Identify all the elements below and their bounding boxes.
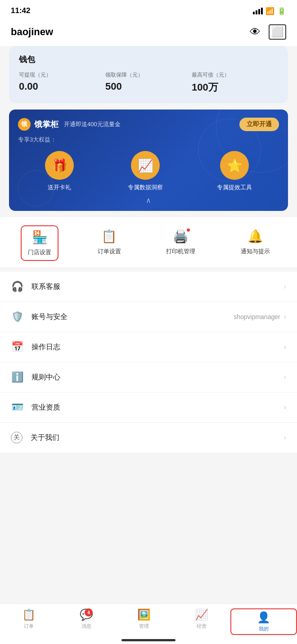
menu-label-customer-service: 联系客服	[32, 282, 284, 292]
signal-icon	[253, 8, 263, 14]
banner-benefit-2: 📈 专属数据洞察	[128, 151, 163, 192]
orders-nav-label: 订单	[24, 623, 34, 630]
calendar-icon: 📅	[11, 341, 23, 353]
menu-list: 🎧 联系客服 › 🛡️ 账号与安全 shopvipmanager › 📅 操作日…	[0, 272, 297, 452]
manage-nav-icon: 🖼️	[137, 608, 151, 621]
banner-benefit-label-3: 专属提效工具	[217, 183, 252, 192]
menu-item-operation-log[interactable]: 📅 操作日志 ›	[0, 332, 297, 362]
id-icon: 🪪	[11, 402, 23, 413]
about-icon: 关	[11, 432, 22, 443]
banner-promo-text: 开通即送400元流量金	[64, 120, 121, 128]
wallet-card: 钱包 可提现（元） 0.00 领取保障（元） 500 最高可借（元） 100万	[9, 46, 288, 103]
banner-brand-area: 饿 饿掌柜 开通即送400元流量金	[18, 118, 121, 131]
nav-item-business[interactable]: 📈 经营	[173, 608, 230, 635]
quick-item-order-settings[interactable]: 📋 订单设置	[91, 225, 127, 261]
banner-benefit-icon-1: 🎁	[45, 151, 74, 180]
notification-icon: 🔔	[248, 229, 263, 244]
banner-benefit-icon-2: 📈	[131, 151, 160, 180]
arrow-icon-1: ›	[284, 283, 286, 291]
quick-menu: 🏪 门店设置 📋 订单设置 🖨️ 打印机管理 🔔 通知与提示	[0, 217, 297, 267]
info-icon: ℹ️	[11, 371, 23, 383]
menu-label-log: 操作日志	[32, 343, 284, 352]
wallet-item-guarantee: 领取保障（元） 500	[105, 71, 192, 94]
wallet-row: 可提现（元） 0.00 领取保障（元） 500 最高可借（元） 100万	[19, 71, 278, 94]
app-title: baojinew	[11, 26, 53, 38]
status-time: 11:42	[11, 6, 30, 15]
status-icons: 📶 🔋	[253, 7, 286, 15]
mine-nav-label: 我的	[259, 626, 269, 632]
shield-icon: 🛡️	[11, 311, 23, 323]
wifi-icon: 📶	[266, 7, 274, 15]
bottom-nav: 📋 订单 💬 消息 4 🖼️ 管理 📈 经营 👤 我的	[0, 603, 297, 644]
menu-item-about[interactable]: 关 关于我们 ›	[0, 423, 297, 452]
messages-nav-label: 消息	[81, 623, 91, 630]
menu-label-about: 关于我们	[31, 433, 284, 443]
arrow-icon-3: ›	[284, 343, 286, 351]
status-bar: 11:42 📶 🔋	[0, 0, 297, 19]
orders-nav-icon: 📋	[22, 608, 36, 621]
promo-banner[interactable]: 饿 饿掌柜 开通即送400元流量金 立即开通 专享3大权益： 🎁 送开卡礼 📈 …	[9, 110, 288, 211]
banner-chevron: ∧	[18, 196, 279, 205]
quick-label-store: 门店设置	[28, 248, 51, 256]
account-value: shopvipmanager	[234, 313, 280, 320]
arrow-icon-4: ›	[284, 373, 286, 381]
wallet-item-max-loan: 最高可借（元） 100万	[192, 71, 278, 94]
nav-item-messages[interactable]: 💬 消息 4	[58, 608, 115, 635]
home-indicator	[122, 639, 176, 641]
order-settings-icon: 📋	[101, 229, 117, 244]
battery-icon: 🔋	[277, 7, 286, 15]
arrow-icon-2: ›	[284, 313, 286, 321]
quick-label-notification: 通知与提示	[241, 247, 270, 256]
messages-badge: 4	[85, 608, 93, 617]
wallet-label-1: 可提现（元）	[19, 71, 105, 79]
menu-item-rules[interactable]: ℹ️ 规则中心 ›	[0, 362, 297, 393]
nav-item-mine[interactable]: 👤 我的	[230, 608, 297, 635]
banner-logo: 饿	[18, 118, 31, 131]
nav-item-manage[interactable]: 🖼️ 管理	[115, 608, 173, 635]
scan-icon[interactable]: ⬜	[269, 24, 286, 40]
wallet-label-2: 领取保障（元）	[105, 71, 192, 79]
app-header: baojinew 👁 ⬜	[0, 19, 297, 46]
eye-icon[interactable]: 👁	[250, 26, 261, 38]
banner-brand-name: 饿掌柜	[34, 119, 58, 130]
customer-service-icon: 🎧	[11, 281, 23, 292]
printer-badge	[186, 228, 190, 232]
menu-label-rules: 规则中心	[32, 373, 284, 382]
wallet-item-withdrawable: 可提现（元） 0.00	[19, 71, 105, 94]
printer-icon: 🖨️	[173, 229, 189, 244]
store-icon: 🏪	[32, 230, 48, 245]
wallet-value-1: 0.00	[19, 81, 105, 92]
quick-item-store-settings[interactable]: 🏪 门店设置	[21, 225, 58, 261]
business-nav-icon: 📈	[195, 608, 208, 621]
menu-label-account: 账号与安全	[32, 312, 234, 322]
arrow-icon-6: ›	[284, 434, 286, 442]
banner-benefit-label-2: 专属数据洞察	[128, 183, 163, 192]
business-nav-label: 经营	[197, 623, 207, 630]
mine-nav-icon: 👤	[257, 611, 270, 624]
header-icons: 👁 ⬜	[250, 24, 286, 40]
quick-item-printer[interactable]: 🖨️ 打印机管理	[160, 225, 202, 261]
arrow-icon-5: ›	[284, 403, 286, 411]
nav-item-orders[interactable]: 📋 订单	[0, 608, 58, 635]
quick-label-printer: 打印机管理	[166, 247, 195, 256]
manage-nav-label: 管理	[139, 623, 149, 630]
wallet-title: 钱包	[19, 54, 278, 65]
quick-item-notification[interactable]: 🔔 通知与提示	[234, 225, 276, 261]
menu-label-license: 营业资质	[32, 403, 284, 412]
quick-label-order: 订单设置	[98, 247, 121, 256]
menu-item-business-license[interactable]: 🪪 营业资质 ›	[0, 393, 297, 423]
menu-item-customer-service[interactable]: 🎧 联系客服 ›	[0, 272, 297, 302]
wallet-value-2: 500	[105, 81, 192, 92]
menu-item-account-security[interactable]: 🛡️ 账号与安全 shopvipmanager ›	[0, 302, 297, 332]
wallet-label-3: 最高可借（元）	[192, 71, 278, 79]
wallet-value-3: 100万	[192, 81, 278, 94]
